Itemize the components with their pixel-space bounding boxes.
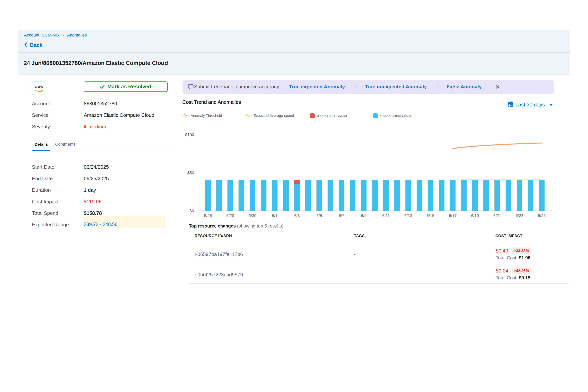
svg-text:6/13: 6/13 <box>404 213 412 218</box>
svg-text:6/3: 6/3 <box>294 213 300 218</box>
svg-text:6/15: 6/15 <box>426 213 434 218</box>
svg-text:6/23: 6/23 <box>516 213 524 218</box>
svg-text:6/5: 6/5 <box>316 213 322 218</box>
svg-text:6/9: 6/9 <box>361 213 366 218</box>
svg-text:5/30: 5/30 <box>248 213 256 218</box>
svg-text:6/17: 6/17 <box>449 213 457 218</box>
svg-text:6/7: 6/7 <box>338 213 344 218</box>
svg-text:6/1: 6/1 <box>272 213 278 218</box>
svg-text:6/11: 6/11 <box>382 213 390 218</box>
svg-text:6/21: 6/21 <box>493 213 501 218</box>
svg-text:6/25: 6/25 <box>538 213 546 218</box>
svg-text:5/28: 5/28 <box>226 213 234 218</box>
svg-text:6/19: 6/19 <box>471 213 479 218</box>
svg-text:5/26: 5/26 <box>204 213 212 218</box>
